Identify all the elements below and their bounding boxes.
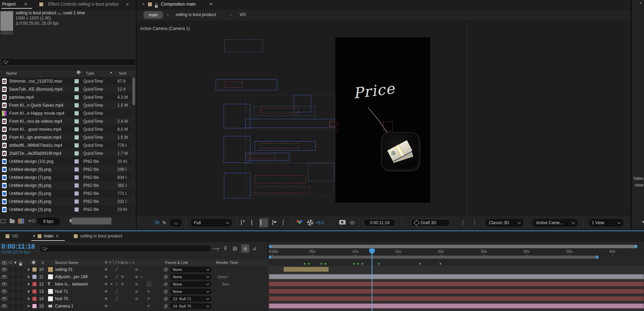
column-render-time[interactable]: Render Time: [216, 260, 238, 265]
tab-vo[interactable]: VO: [6, 234, 18, 238]
project-item-row[interactable]: particles.mp4QuickTime4.3 M: [0, 93, 132, 101]
column-source-name[interactable]: Source Name: [55, 260, 78, 265]
magnification-dropdown[interactable]: [170, 219, 182, 227]
label-color-swatch[interactable]: [75, 95, 79, 99]
layer-wireframe[interactable]: [329, 121, 336, 127]
tab-overflow-icon[interactable]: »: [126, 1, 129, 7]
anchor-switch-icon[interactable]: ⊕: [104, 282, 107, 286]
keyframe-marker[interactable]: [325, 263, 326, 265]
anchor-switch-icon[interactable]: ⊕: [104, 289, 107, 293]
project-item-row[interactable]: Untitled design (8).pngPNG file299 I: [0, 165, 132, 173]
project-item-row[interactable]: SaveTub...KE (Burnout).mp4QuickTime12.4: [0, 85, 132, 93]
label-color-swatch[interactable]: [75, 111, 79, 115]
column-size[interactable]: Size: [119, 71, 126, 75]
resolution-dropdown[interactable]: Full: [191, 219, 232, 227]
label-color-swatch[interactable]: [32, 274, 37, 279]
3d-view-gizmo-icon[interactable]: [474, 220, 475, 225]
work-area-start-handle[interactable]: [269, 256, 271, 259]
parent-dropdown[interactable]: 13. Null 71: [170, 296, 212, 302]
label-color-swatch[interactable]: [75, 207, 79, 212]
composition-frame[interactable]: Price: [335, 37, 430, 203]
fx-switch-icon[interactable]: fx: [121, 275, 124, 279]
label-column-icon[interactable]: [31, 260, 36, 265]
pickwhip-icon[interactable]: @: [164, 282, 168, 287]
label-color-swatch[interactable]: [75, 119, 79, 123]
time-navigator-bar[interactable]: [269, 245, 637, 248]
eye-icon[interactable]: [2, 297, 7, 301]
pickwhip-icon[interactable]: @: [164, 274, 168, 279]
project-item-row[interactable]: dd9edf6...996b970ed1c.mp4QuickTime778 I: [0, 141, 132, 149]
side-panel-close-icon[interactable]: ×: [639, 1, 642, 6]
project-item-row[interactable]: Shimmer...rce_2119702.movQuickTime67.9: [0, 77, 132, 85]
parent-dropdown[interactable]: None: [170, 289, 212, 294]
tab-main[interactable]: ×main≡: [33, 234, 58, 238]
3d-axis-switch-icon[interactable]: ✛: [147, 289, 150, 293]
label-color-swatch[interactable]: [75, 127, 79, 131]
motion-blur-switch-icon[interactable]: ◎: [135, 275, 138, 279]
composition-panel-menu-icon[interactable]: ≡: [210, 2, 212, 6]
tab-close-icon[interactable]: ×: [33, 234, 35, 238]
layer-row[interactable]: 12 T here is... between ⊕ ☀ ╱ fx ◎ ◇ @ N…: [0, 280, 268, 288]
magnification-value[interactable]: 25: [155, 220, 159, 225]
label-color-swatch[interactable]: [75, 151, 79, 156]
draft-3d-toggle-icon[interactable]: ⊼: [224, 246, 227, 251]
project-item-row[interactable]: Untitled design (3).pngPNG file23 KI: [0, 205, 132, 213]
playhead-line[interactable]: [372, 248, 372, 311]
layer-row[interactable]: 15 Camera 1 ⊕ ✛ @ 14. Null 70: [0, 302, 268, 310]
keyframe-marker[interactable]: [419, 263, 421, 265]
project-item-row[interactable]: Untitled design (6).pngPNG file382 I: [0, 181, 132, 189]
motion-blur-switch-icon[interactable]: ◎: [135, 289, 138, 293]
current-timecode[interactable]: 0:00:11:18: [1, 243, 35, 250]
anchor-switch-icon[interactable]: ⊕: [104, 275, 107, 279]
new-folder-icon[interactable]: [10, 220, 15, 223]
pickwhip-icon[interactable]: @: [164, 296, 168, 301]
project-item-row[interactable]: From Kl...ign animation.mp4QuickTime1.5 …: [0, 133, 132, 141]
label-column-tag-icon[interactable]: [76, 70, 81, 75]
column-name[interactable]: Name: [6, 71, 17, 75]
label-color-swatch[interactable]: [75, 183, 79, 188]
layer-wireframe[interactable]: [261, 143, 299, 148]
tab-effect-controls[interactable]: Effect Controls selling is bout produc: [48, 2, 124, 7]
layer-wireframe[interactable]: [255, 187, 310, 193]
renderer-dropdown[interactable]: Classic 3D: [486, 219, 523, 227]
anchor-switch-icon[interactable]: ⊕: [104, 267, 107, 271]
label-color-swatch[interactable]: [75, 167, 79, 172]
layer-wireframe[interactable]: [255, 175, 306, 183]
label-color-swatch[interactable]: [32, 304, 37, 309]
label-color-swatch[interactable]: [75, 87, 79, 91]
project-item-row[interactable]: Untitled design (10).pngPNG file20 KI: [0, 157, 132, 165]
parent-dropdown[interactable]: 14. Null 70: [170, 303, 212, 309]
motion-blur-switch-icon[interactable]: ◎: [135, 297, 138, 301]
work-area-end-handle[interactable]: [596, 256, 598, 259]
project-item-row[interactable]: From Kl... good movies.mp4QuickTime6.0 M: [0, 125, 132, 133]
eye-icon[interactable]: [2, 268, 7, 271]
composition-mini-flowchart-icon[interactable]: ⌐┬: [213, 246, 219, 251]
label-color-swatch[interactable]: [75, 191, 79, 196]
project-item-row[interactable]: 2fa872e...4e3f3a5f419f.mp4QuickTime1.7 M: [0, 149, 132, 157]
pickwhip-icon[interactable]: @: [164, 267, 168, 272]
label-color-swatch[interactable]: [75, 199, 79, 204]
label-color-swatch[interactable]: [75, 175, 79, 180]
layer-row[interactable]: 10 selling 01 ⊕ ╱ ◎ @ None: [0, 266, 268, 273]
eye-icon[interactable]: [2, 290, 7, 293]
transparency-grid-icon[interactable]: [251, 220, 252, 225]
region-of-interest-icon[interactable]: [259, 218, 268, 227]
keyframe-marker[interactable]: [320, 263, 322, 265]
graph-editor-icon[interactable]: ⊿: [252, 246, 256, 251]
layer-duration-bar[interactable]: [269, 289, 644, 294]
label-color-swatch[interactable]: [75, 143, 79, 147]
project-panel-menu-icon[interactable]: ≡: [24, 2, 27, 6]
anchor-switch-icon[interactable]: ⊕: [104, 304, 107, 308]
quality-switch-icon[interactable]: ╱: [116, 267, 118, 271]
layer-duration-bar[interactable]: [269, 281, 644, 287]
motion-blur-switch-icon[interactable]: ◎: [135, 282, 138, 286]
pickwhip-icon[interactable]: @: [164, 289, 168, 294]
collapse-switch-icon[interactable]: ☀: [110, 282, 113, 286]
motion-blur-switch-icon[interactable]: ◎: [135, 267, 138, 271]
column-parent-link[interactable]: Parent & Link: [165, 260, 188, 265]
3d-axis-switch-icon[interactable]: ✛: [147, 297, 150, 301]
label-color-swatch[interactable]: [75, 159, 79, 164]
column-hash[interactable]: #: [42, 260, 44, 265]
lock-column-icon[interactable]: [19, 263, 22, 266]
twirl-icon[interactable]: [28, 290, 30, 293]
